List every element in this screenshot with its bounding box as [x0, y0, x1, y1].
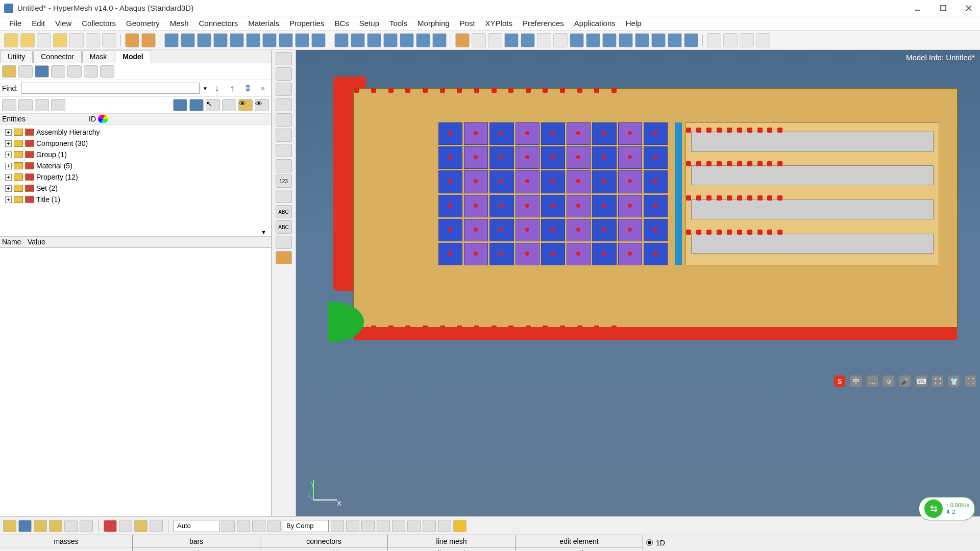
toolbar-button[interactable] [740, 33, 754, 47]
menu-tools[interactable]: Tools [384, 17, 412, 30]
toolbar-button[interactable] [602, 33, 617, 47]
tree-item[interactable]: +Material (5) [2, 160, 269, 171]
find-updown-button[interactable]: ⇕ [241, 82, 254, 94]
toolbar-button[interactable] [707, 33, 721, 47]
display-button[interactable] [252, 520, 265, 532]
toolbar-button[interactable] [37, 33, 51, 47]
menu-morphing[interactable]: Morphing [412, 17, 455, 30]
panel-connectors[interactable]: connectors [260, 535, 388, 547]
expand-icon[interactable]: + [5, 196, 12, 203]
radio-2d[interactable]: 2D [646, 549, 701, 551]
toolbar-button[interactable] [125, 33, 139, 47]
browser-tool-icon[interactable] [67, 65, 82, 78]
display-button[interactable] [104, 520, 117, 532]
view-tool-button[interactable] [276, 83, 292, 96]
menu-connectors[interactable]: Connectors [194, 17, 243, 30]
display-button[interactable] [119, 520, 132, 532]
find-down-button[interactable]: ↓ [211, 82, 223, 94]
view-tool-button[interactable] [276, 251, 292, 264]
toolbar-button[interactable] [367, 33, 381, 47]
ime-badge[interactable]: ⛶ [932, 375, 943, 387]
close-button[interactable] [962, 3, 976, 13]
toolbar-button[interactable] [668, 33, 682, 47]
find-dropdown-icon[interactable]: ▼ [203, 86, 208, 91]
display-button[interactable] [453, 520, 467, 532]
display-icon[interactable] [35, 99, 49, 111]
toolbar-button[interactable] [455, 33, 470, 47]
ime-badge[interactable]: 👕 [948, 375, 960, 387]
panel-rods[interactable]: rods [132, 547, 260, 551]
panel-edit-element[interactable]: edit element [515, 535, 643, 547]
minimize-button[interactable] [911, 3, 925, 13]
toolbar-button[interactable] [213, 33, 228, 47]
ime-badge[interactable]: ☺ [883, 375, 894, 387]
panel-split[interactable]: split [515, 547, 643, 551]
view-tool-button[interactable] [276, 129, 292, 142]
panel-linear-1d[interactable]: linear 1d [387, 547, 516, 551]
toolbar-button[interactable] [53, 33, 67, 47]
menu-file[interactable]: File [4, 17, 27, 30]
browser-tool-icon[interactable] [51, 65, 65, 78]
ime-badge[interactable]: ⌨ [916, 375, 927, 387]
display-icon[interactable] [18, 99, 33, 111]
toolbar-button[interactable] [400, 33, 414, 47]
display-icon[interactable] [173, 99, 187, 111]
toolbar-button[interactable] [504, 33, 519, 47]
display-button[interactable] [267, 520, 281, 532]
menu-setup[interactable]: Setup [354, 17, 384, 30]
display-button[interactable] [134, 520, 148, 532]
toolbar-button[interactable] [141, 33, 156, 47]
toolbar-button[interactable] [684, 33, 698, 47]
tree-item[interactable]: +Assembly Hierarchy [2, 127, 269, 138]
display-button[interactable] [423, 520, 436, 532]
toolbar-button[interactable] [164, 33, 179, 47]
display-button[interactable] [64, 520, 78, 532]
display-button[interactable] [3, 520, 16, 532]
ime-badge[interactable]: ⛶ [965, 375, 976, 387]
menu-help[interactable]: Help [621, 17, 647, 30]
display-button[interactable] [49, 520, 62, 532]
tree-header-entities[interactable]: Entities [2, 115, 89, 123]
toolbar-button[interactable] [416, 33, 430, 47]
expand-icon[interactable]: + [5, 163, 12, 169]
property-header-value[interactable]: Value [28, 238, 45, 246]
view-tool-button[interactable] [276, 144, 292, 157]
panel-spotweld[interactable]: spotweld [260, 547, 388, 551]
menu-edit[interactable]: Edit [27, 17, 50, 30]
toolbar-button[interactable] [586, 33, 600, 47]
menu-properties[interactable]: Properties [284, 17, 329, 30]
ime-badge[interactable]: 中 [850, 375, 862, 387]
panel-line-mesh[interactable]: line mesh [387, 535, 516, 547]
menu-view[interactable]: View [50, 17, 77, 30]
tree-item[interactable]: +Set (2) [2, 183, 269, 194]
tree-item[interactable]: +Title (1) [2, 194, 269, 205]
tab-mask[interactable]: Mask [82, 50, 114, 63]
display-button[interactable] [222, 520, 235, 532]
maximize-button[interactable] [936, 3, 950, 13]
entity-tree[interactable]: +Assembly Hierarchy+Component (30)+Group… [0, 124, 271, 237]
radio-1d[interactable]: 1D [646, 536, 701, 549]
display-button[interactable] [407, 520, 421, 532]
tree-item[interactable]: +Property (12) [2, 171, 269, 183]
display-button[interactable] [346, 520, 359, 532]
browser-tool-icon[interactable] [35, 65, 49, 78]
tree-header-id[interactable]: ID [89, 115, 96, 123]
menu-materials[interactable]: Materials [243, 17, 284, 30]
browser-tool-icon[interactable] [2, 65, 16, 78]
toolbar-button[interactable] [334, 33, 349, 47]
tab-connector[interactable]: Connector [33, 50, 82, 63]
toolbar-button[interactable] [181, 33, 195, 47]
ime-toolbar[interactable]: S中…☺🎤⌨⛶👕⛶ [833, 374, 977, 388]
toolbar-button[interactable] [279, 33, 293, 47]
viewport-canvas[interactable]: Model Info: Untitled* [296, 50, 980, 516]
toolbar-button[interactable] [570, 33, 584, 47]
toolbar-button[interactable] [635, 33, 649, 47]
menu-xyplots[interactable]: XYPlots [480, 17, 518, 30]
display-icon[interactable] [2, 99, 16, 111]
wifi-widget[interactable]: ⇆ ↑ 0.00K/s ⬇ 2 [919, 497, 975, 520]
browser-tool-icon[interactable] [18, 65, 33, 78]
find-more-button[interactable]: » [257, 82, 269, 94]
toolbar-button[interactable] [69, 33, 84, 47]
toolbar-button[interactable] [246, 33, 260, 47]
toolbar-button[interactable] [230, 33, 244, 47]
